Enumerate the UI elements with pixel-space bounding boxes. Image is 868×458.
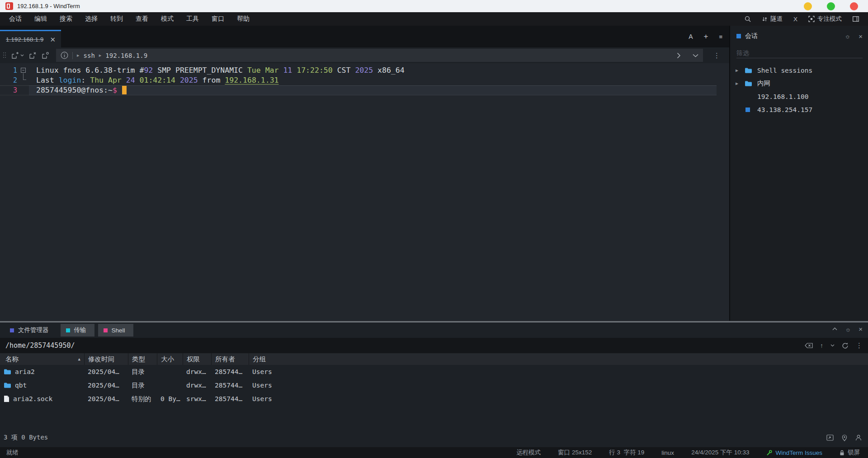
menubar-item[interactable]: 搜索 (55, 14, 77, 24)
toolbar-grip[interactable] (3, 52, 6, 59)
status-datetime[interactable]: 24/4/2025 下午 10:33 (691, 449, 749, 457)
pathbar-more-icon[interactable]: ⋮ (856, 341, 863, 350)
lock-screen-label[interactable]: 锁屏 (848, 449, 860, 457)
menubar-item[interactable]: 选择 (80, 14, 102, 24)
panel-collapse-icon[interactable] (832, 327, 837, 331)
x-button[interactable]: X (793, 16, 797, 23)
menubar-item[interactable]: 帮助 (232, 14, 254, 24)
clear-path-icon[interactable] (805, 343, 813, 348)
column-header[interactable]: 大小 (157, 353, 183, 365)
terminal-segment: Linux fnos 6.6.38-trim # (36, 66, 144, 75)
file-row[interactable]: qbt2025/04…目录drwx…285744…Users (0, 379, 868, 392)
menubar-item[interactable]: 编辑 (30, 14, 52, 24)
column-header[interactable]: 分组 (249, 353, 868, 365)
expand-arrow-icon[interactable]: ▶ (736, 68, 742, 73)
x-label: X (793, 16, 797, 23)
maximize-button[interactable] (827, 2, 835, 10)
column-header[interactable]: 所有者 (211, 353, 249, 365)
panel-tab[interactable]: 文件管理器 (5, 324, 57, 336)
session-tree-label: 192.168.1.100 (757, 93, 809, 100)
font-size-button[interactable]: A (689, 33, 693, 40)
current-path[interactable]: /home/2857445950/ (5, 341, 75, 350)
session-tree-item[interactable]: ▶内网 (730, 77, 868, 90)
tab-list-button[interactable]: ≡ (719, 33, 723, 40)
refresh-icon[interactable] (842, 342, 849, 349)
new-tab-button[interactable]: + (703, 32, 708, 41)
new-terminal-icon[interactable] (10, 51, 25, 60)
windterm-issues-link[interactable]: WindTerm Issues (775, 449, 822, 456)
close-button[interactable] (850, 2, 858, 10)
folder-icon (4, 382, 11, 388)
fold-gutter (17, 85, 29, 95)
item-count: 3 项 0 Bytes (4, 434, 48, 442)
menubar: 会话编辑搜索选择转到查看模式工具窗口帮助 隧道 X 专注模式 (0, 12, 868, 26)
chevron-down-icon[interactable] (693, 54, 698, 57)
size-cell: 0 By… (157, 395, 183, 402)
breadcrumb-protocol[interactable]: ssh (84, 52, 95, 59)
layout-panel-icon[interactable] (853, 16, 859, 22)
breadcrumb-host[interactable]: 192.168.1.9 (105, 52, 147, 59)
column-header-label: 分组 (253, 355, 266, 364)
history-dropdown-icon[interactable] (830, 344, 835, 347)
column-header[interactable]: 名称▲ (0, 353, 84, 365)
terminal-segment: x86_64 (373, 66, 405, 75)
menubar-item[interactable]: 会话 (5, 14, 26, 24)
filter-input[interactable] (736, 47, 863, 58)
close-terminal-icon[interactable] (28, 51, 38, 60)
file-icon (4, 395, 9, 402)
column-header[interactable]: 权限 (183, 353, 211, 365)
session-tree-label: Shell sessions (757, 67, 812, 74)
fold-marker-icon[interactable] (17, 75, 29, 85)
column-header-label: 修改时间 (88, 355, 114, 364)
session-tab[interactable]: 1.192.168.1.9 ✕ (0, 30, 61, 47)
toolbar-more-icon[interactable]: ⋮ (713, 51, 720, 60)
up-directory-icon[interactable]: ↑ (820, 342, 823, 349)
menubar-item[interactable]: 转到 (106, 14, 127, 24)
file-row[interactable]: aria2.sock2025/04…特别的0 By…srwx…285744…Us… (0, 392, 868, 406)
session-bullet-icon (745, 107, 755, 112)
session-tree-item[interactable]: 43.138.254.157 (730, 103, 868, 116)
minimize-button[interactable] (804, 2, 812, 10)
panel-close-icon[interactable]: × (859, 325, 863, 333)
session-tree-item[interactable]: ▶Shell sessions (730, 64, 868, 77)
menubar-item[interactable]: 工具 (182, 14, 203, 24)
tunnel-button[interactable]: 隧道 (762, 15, 783, 23)
column-header[interactable]: 类型 (128, 353, 157, 365)
status-window-size[interactable]: 窗口 25x152 (558, 449, 592, 457)
status-os[interactable]: linux (661, 449, 674, 456)
info-icon[interactable] (61, 51, 68, 59)
panel-tab-label: Shell (112, 327, 125, 334)
session-tree-item[interactable]: 192.168.1.100 (730, 90, 868, 103)
terminal-link[interactable]: 192.168.1.31 (225, 76, 278, 84)
expand-arrow-icon[interactable]: ▶ (736, 81, 742, 86)
follow-directory-icon[interactable] (826, 435, 834, 441)
lock-icon (840, 450, 844, 456)
menubar-item[interactable]: 窗口 (207, 14, 229, 24)
terminal-screen[interactable]: 1Linux fnos 6.6.38-trim #92 SMP PREEMPT_… (0, 63, 729, 321)
menubar-item[interactable]: 模式 (156, 14, 178, 24)
file-name: aria2 (15, 368, 35, 375)
address-bar[interactable]: ▸ ssh ▸ 192.168.1.9 (56, 49, 703, 62)
status-mode[interactable]: 远程模式 (516, 449, 541, 457)
reopen-terminal-icon[interactable] (41, 51, 50, 60)
terminal-segment: $ (113, 86, 117, 94)
location-pin-icon[interactable] (842, 435, 847, 441)
focus-mode-button[interactable]: 专注模式 (808, 15, 842, 23)
fold-marker-icon[interactable] (17, 65, 29, 75)
terminal-segment: 2025 (355, 66, 373, 75)
panel-tab[interactable]: 传输 (61, 324, 94, 336)
settings-gear-icon[interactable]: ☼ (844, 33, 850, 40)
folder-icon (745, 67, 755, 74)
panel-tab[interactable]: Shell (98, 324, 133, 336)
file-name: aria2.sock (13, 395, 52, 402)
tab-close-icon[interactable]: ✕ (50, 36, 56, 43)
menubar-item[interactable]: 查看 (131, 14, 153, 24)
user-permission-icon[interactable] (855, 435, 862, 441)
search-icon[interactable] (745, 16, 751, 22)
column-header[interactable]: 修改时间 (84, 353, 128, 365)
sidebar-close-icon[interactable]: × (859, 33, 863, 40)
chevron-right-icon[interactable] (677, 52, 681, 59)
file-row[interactable]: aria22025/04…目录drwx…285744…Users (0, 365, 868, 379)
panel-settings-icon[interactable]: ☼ (845, 326, 851, 333)
status-cursor-position[interactable]: 行 3 字符 19 (609, 449, 644, 457)
